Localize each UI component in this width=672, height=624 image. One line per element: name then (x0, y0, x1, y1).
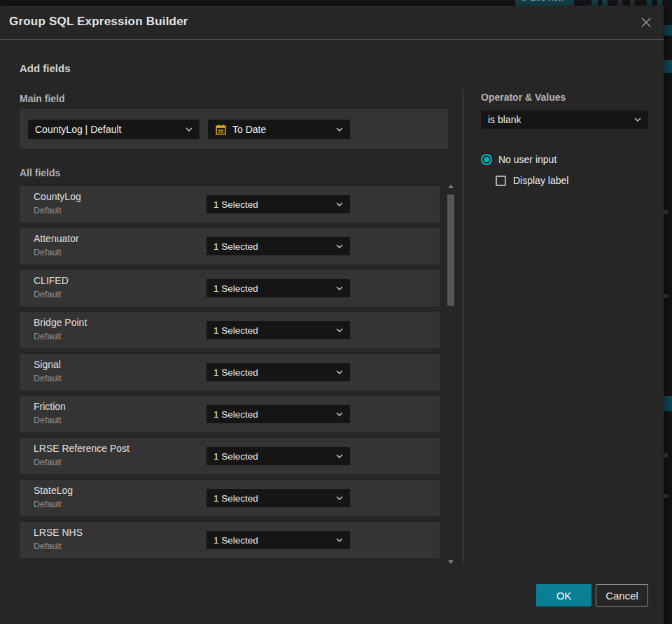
add-fields-heading: Add fields (20, 62, 71, 74)
field-name: Signal (34, 359, 61, 370)
field-name: LRSE NHS (34, 527, 83, 538)
background-right-strip (664, 0, 672, 624)
field-name: Attenuator (34, 233, 79, 244)
field-selection-dropdown[interactable]: 1 Selected (206, 363, 350, 381)
dialog-title: Group SQL Expression Builder (9, 15, 188, 29)
background-fragment (657, 0, 662, 6)
live-view-button: Live view (515, 0, 574, 6)
dialog-header: Group SQL Expression Builder (0, 6, 664, 40)
operator-dropdown-value: is blank (488, 114, 521, 125)
main-field-dropdown[interactable]: CountyLog | Default (28, 120, 200, 139)
radio-selected-icon (481, 154, 492, 165)
field-name: LRSE Reference Post (34, 443, 130, 454)
background-fragment (664, 494, 668, 498)
field-selection-value: 1 Selected (214, 241, 258, 252)
operator-values-label: Operator & Values (481, 92, 566, 103)
chevron-down-icon (336, 127, 343, 132)
field-selection-dropdown[interactable]: 1 Selected (206, 447, 350, 465)
chevron-down-icon (634, 118, 641, 122)
field-selection-value: 1 Selected (214, 199, 258, 210)
chevron-down-icon (336, 286, 343, 290)
field-name: StateLog (34, 485, 73, 496)
field-name: CountyLog (34, 191, 81, 202)
background-fragment (664, 210, 668, 214)
background-fragment (664, 294, 668, 298)
chevron-down-icon (336, 370, 343, 374)
panel-divider (463, 90, 463, 563)
field-layer: Default (34, 290, 62, 299)
checkbox-unchecked-icon (496, 176, 506, 186)
background-fragment (664, 60, 672, 73)
live-view-label: Live view (531, 0, 564, 2)
field-selection-value: 1 Selected (214, 451, 258, 462)
field-layer: Default (34, 499, 62, 509)
background-top-strip: Live view (0, 0, 672, 6)
date-field-icon (215, 124, 227, 136)
field-layer: Default (34, 248, 62, 257)
cancel-button[interactable]: Cancel (596, 584, 648, 607)
display-label-checkbox[interactable]: Display label (496, 175, 568, 186)
field-row: LRSE Reference Post Default 1 Selected (20, 438, 440, 474)
field-selection-dropdown[interactable]: 1 Selected (206, 279, 350, 297)
live-dot-icon (522, 0, 526, 1)
background-fragment (630, 0, 635, 6)
chevron-down-icon (336, 412, 343, 416)
field-layer: Default (34, 332, 62, 341)
field-row: Attenuator Default 1 Selected (20, 228, 440, 264)
field-name: Bridge Point (34, 317, 87, 328)
ok-button[interactable]: OK (536, 584, 592, 607)
main-field-label: Main field (20, 93, 65, 104)
background-fragment (664, 396, 672, 411)
scrollbar-thumb[interactable] (447, 194, 454, 306)
field-row: CountyLog Default 1 Selected (20, 186, 440, 222)
field-selection-value: 1 Selected (214, 535, 258, 546)
group-sql-expression-builder-dialog: Group SQL Expression Builder Add fields … (0, 6, 664, 624)
close-icon (640, 17, 652, 28)
chevron-down-icon (336, 496, 343, 500)
field-selection-value: 1 Selected (214, 409, 258, 420)
field-row: CLIFED Default 1 Selected (20, 270, 440, 306)
field-layer: Default (34, 541, 62, 551)
chevron-down-icon (336, 244, 343, 248)
chevron-down-icon (336, 538, 343, 542)
field-selection-dropdown[interactable]: 1 Selected (206, 531, 350, 549)
all-fields-label: All fields (20, 167, 60, 178)
main-field-dropdown-value: CountyLog | Default (35, 124, 122, 135)
field-layer: Default (34, 374, 62, 383)
background-fragment (592, 0, 598, 6)
scroll-up-arrow-icon[interactable] (448, 185, 454, 188)
field-row: StateLog Default 1 Selected (20, 480, 440, 516)
no-user-input-radio[interactable]: No user input (481, 154, 556, 165)
background-fragment (664, 453, 668, 458)
field-row: Bridge Point Default 1 Selected (20, 312, 440, 348)
field-selection-dropdown[interactable]: 1 Selected (206, 321, 350, 339)
operator-dropdown[interactable]: is blank (481, 111, 648, 129)
field-selection-dropdown[interactable]: 1 Selected (206, 237, 350, 255)
no-user-input-label: No user input (498, 154, 556, 165)
display-label-text: Display label (513, 175, 568, 186)
field-row: LRSE NHS Default 1 Selected (20, 522, 440, 558)
field-layer: Default (34, 416, 62, 425)
all-fields-scrollbar (445, 182, 456, 565)
field-selection-value: 1 Selected (214, 283, 258, 294)
field-layer: Default (34, 458, 62, 467)
close-button[interactable] (637, 13, 655, 31)
field-selection-dropdown[interactable]: 1 Selected (206, 489, 350, 507)
field-layer: Default (34, 206, 62, 215)
scroll-down-arrow-icon[interactable] (448, 560, 454, 564)
chevron-down-icon (336, 454, 343, 458)
field-selection-value: 1 Selected (214, 493, 258, 504)
field-name: Friction (34, 401, 66, 412)
field-name: CLIFED (34, 275, 69, 286)
main-attribute-dropdown-value: To Date (232, 124, 266, 135)
field-selection-dropdown[interactable]: 1 Selected (206, 195, 350, 213)
main-field-panel: CountyLog | Default To Date (20, 109, 448, 149)
field-selection-dropdown[interactable]: 1 Selected (206, 405, 350, 423)
field-row: Signal Default 1 Selected (20, 354, 440, 390)
chevron-down-icon (186, 127, 192, 132)
background-fragment (617, 0, 622, 6)
field-row: Friction Default 1 Selected (20, 396, 440, 432)
background-fragment (647, 0, 652, 6)
field-selection-value: 1 Selected (214, 325, 258, 336)
main-attribute-dropdown[interactable]: To Date (208, 120, 350, 139)
